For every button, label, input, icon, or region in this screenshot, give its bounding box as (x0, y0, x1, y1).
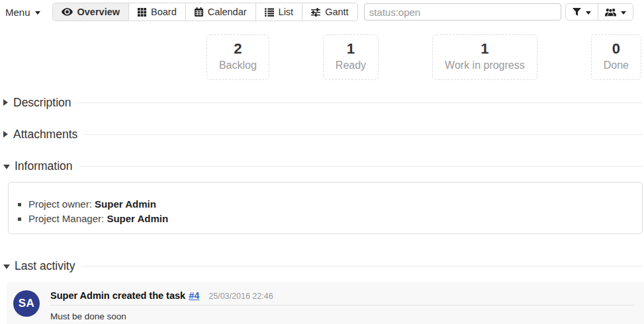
stat-label: Ready (336, 58, 366, 73)
users-icon (605, 8, 616, 17)
caret-down-icon (621, 11, 626, 15)
tab-list[interactable]: List (256, 3, 303, 20)
grid-icon (138, 8, 146, 17)
section-toggle-attachments[interactable]: Attachments (3, 127, 644, 142)
collapsed-arrow-icon (3, 99, 8, 106)
section-title: Attachments (13, 128, 77, 142)
tab-overview[interactable]: Overview (53, 3, 130, 20)
activity-content: Super Admin created the task #4 25/03/20… (50, 290, 635, 324)
stat-count: 2 (219, 40, 257, 58)
filter-dropdown-button[interactable] (566, 4, 598, 20)
stat-backlog: 2 Backlog (207, 34, 269, 80)
menu-dropdown[interactable]: Menu (3, 7, 44, 18)
information-panel: Project owner: Super Admin Project Manag… (8, 182, 643, 234)
information-list: Project owner: Super Admin Project Manag… (9, 197, 642, 226)
stat-count: 0 (604, 40, 629, 58)
activity-event: SA Super Admin created the task #4 25/03… (7, 282, 644, 324)
info-value: Super Admin (95, 198, 156, 210)
section-title: Last activity (15, 259, 75, 273)
header-rule (84, 134, 643, 135)
list-item: Project owner: Super Admin (28, 197, 642, 212)
filter-button-group (565, 3, 633, 20)
activity-title: Super Admin created the task (50, 290, 185, 301)
section-title: Information (15, 159, 73, 173)
stat-label: Work in progress (445, 58, 525, 73)
stat-done: 0 Done (591, 34, 641, 80)
calendar-icon (195, 7, 203, 17)
section-title: Description (13, 96, 71, 110)
activity-message: Must be done soon (50, 311, 635, 321)
column-summary: 2 Backlog 1 Ready 1 Work in progress 0 D… (0, 34, 644, 80)
sliders-icon (311, 8, 320, 17)
users-dropdown-button[interactable] (598, 4, 633, 20)
activity-title-row: Super Admin created the task #4 25/03/20… (50, 290, 635, 305)
info-value: Super Admin (107, 213, 168, 224)
tab-gantt[interactable]: Gantt (302, 3, 357, 20)
stat-count: 1 (336, 40, 366, 58)
caret-down-icon (586, 11, 591, 15)
activity-timestamp: 25/03/2016 22:46 (208, 292, 273, 301)
task-link[interactable]: #4 (189, 290, 199, 301)
stat-label: Done (604, 58, 629, 73)
tab-calendar[interactable]: Calendar (186, 3, 256, 20)
tab-board[interactable]: Board (129, 3, 186, 20)
toolbar: Menu Overview Board Calendar List Gantt (0, 0, 644, 21)
stat-count: 1 (445, 40, 525, 58)
tab-label: Overview (77, 7, 120, 17)
eye-icon (62, 8, 73, 16)
list-item: Project Manager: Super Admin (28, 212, 642, 226)
view-switcher: Overview Board Calendar List Gantt (52, 3, 358, 21)
header-rule (79, 166, 643, 167)
section-toggle-information[interactable]: Information (3, 159, 644, 173)
tab-label: Board (151, 7, 177, 17)
tab-label: Gantt (325, 7, 348, 17)
expanded-arrow-icon (3, 165, 10, 169)
collapsed-arrow-icon (3, 131, 8, 138)
header-rule (78, 102, 643, 103)
caret-down-icon (35, 11, 40, 15)
stat-work-in-progress: 1 Work in progress (432, 34, 537, 80)
stat-label: Backlog (219, 58, 257, 73)
tab-label: Calendar (208, 7, 247, 17)
info-label: Project Manager: (28, 213, 107, 224)
section-toggle-last-activity[interactable]: Last activity (3, 259, 644, 273)
menu-label: Menu (5, 7, 30, 18)
header-rule (81, 266, 643, 266)
tab-label: List (279, 7, 294, 17)
expanded-arrow-icon (3, 264, 10, 269)
section-toggle-description[interactable]: Description (3, 95, 644, 110)
search-input[interactable] (364, 3, 561, 20)
info-label: Project owner: (28, 198, 95, 210)
avatar: SA (13, 290, 40, 317)
stat-ready: 1 Ready (323, 34, 379, 80)
filter-icon (573, 8, 581, 17)
list-icon (265, 8, 274, 17)
